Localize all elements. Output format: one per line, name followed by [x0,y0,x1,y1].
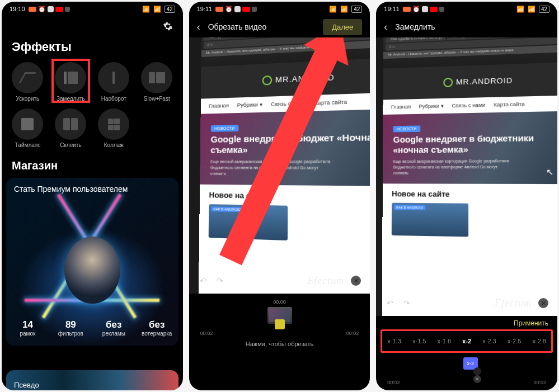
screen-title: Замедлить [395,22,435,31]
status-time: 19:11 [197,6,213,12]
effect-timelapse[interactable]: Таймлапс [7,106,48,150]
speed-option[interactable]: x-1.3 [386,337,402,346]
speed-option[interactable]: x-1.5 [411,337,428,346]
timeline[interactable]: 00.00 00:02 00:02 Нажми, чтобы обрезать [189,294,370,352]
speed-option[interactable]: x-2.8 [531,337,548,346]
battery-indicator: 42 [539,6,549,13]
video-header: ‹ Замедлить [376,16,557,37]
status-time: 19:10 [10,6,25,12]
highlight-box [51,59,90,103]
effects-grid: Ускорить Замедлить Наоборот Slow+Fast Та… [2,60,183,150]
reverse-icon [112,72,115,84]
site-logo-icon [444,78,453,87]
sticker-icon [275,319,285,329]
status-icon [29,7,36,12]
timeline-thumb[interactable] [267,307,292,324]
signal-icon: 📶 [142,6,150,13]
status-icon [48,6,54,12]
wifi-icon: 📶 [340,6,348,13]
video-header: ‹ Обрезать видео Далее [189,16,370,37]
alarm-icon: ⏰ [38,6,46,13]
timeline-center-time: 00.00 [189,299,370,305]
speed-timeline[interactable]: x-2 ✕ [376,357,557,380]
close-button[interactable]: ✕ [538,298,548,308]
timelapse-icon [21,118,34,130]
status-icon [403,7,411,12]
status-icon [430,7,438,12]
effect-cut[interactable]: Склеить [50,106,91,150]
premium-stats: 14рамок 89фильтров безрекламы безвотерма… [6,319,178,337]
effect-collage[interactable]: Коллаж [93,106,134,150]
back-button[interactable]: ‹ [384,21,387,33]
article-hero: НОВОСТИ Google внедряет в бюджетники «но… [383,111,557,184]
app-header [2,16,183,36]
effect-speedup[interactable]: Ускорить [7,60,48,104]
signal-icon: 📶 [329,6,337,13]
alarm-icon: ⏰ [412,6,420,13]
status-bar: 19:11 ⏰ 📶 📶 42 [376,2,557,16]
browser-preview: Как сделать слоумо на анд... Как сделать… [382,37,557,316]
undo-button[interactable]: ↶ [198,276,208,285]
alarm-icon: ⏰ [225,6,233,13]
status-bar: 19:10 ⏰ 📶 📶 42 [2,2,183,16]
status-icon [65,7,70,12]
speed-marker[interactable]: x-2 [463,357,478,370]
status-icon [234,6,241,12]
phone-effects-screen: 19:10 ⏰ 📶 📶 42 Эффекты Ускорить [2,2,183,390]
next-button[interactable]: Далее [323,19,362,35]
video-preview: Как сделать слоумо на анд... Как сделать… [189,37,370,294]
back-button[interactable]: ‹ [197,21,200,33]
cursor-icon: ↖ [546,167,554,177]
play-button[interactable]: ▶ [449,297,457,309]
speed-option-selected[interactable]: x-2 [461,337,473,346]
status-icon [439,7,444,12]
status-icon [252,7,257,12]
close-button[interactable]: ✕ [351,276,361,286]
speed-option[interactable]: x-2.3 [481,337,497,346]
effect-slowfast[interactable]: Slow+Fast [137,60,177,104]
speed-option[interactable]: x-2.5 [506,337,523,346]
speed-option[interactable]: x-1.8 [436,337,453,346]
site-logo-icon [262,75,273,85]
phone-trim-screen: 19:11 ⏰ 📶 📶 42 ‹ Обрезать видео Далее Ка… [189,2,370,390]
status-time: 19:11 [384,6,400,12]
premium-title: Стать Премиум пользователем [14,185,128,193]
video-preview: Как сделать слоумо на анд... Как сделать… [376,37,557,316]
status-icon [422,6,428,12]
cut-icon [63,118,78,130]
undo-button[interactable]: ↶ [385,299,395,308]
redo-button[interactable]: ↷ [402,299,412,308]
slowfast-icon [149,72,165,83]
speedup-icon [19,72,37,83]
collage-icon [108,119,120,130]
settings-button[interactable] [163,21,173,31]
status-icon [215,7,223,12]
store-heading: Магазин [2,150,183,178]
redo-button[interactable]: ↷ [215,276,225,285]
status-icon [55,7,63,12]
marker-close[interactable]: ✕ [473,375,481,383]
preview-controls: ↶ ↷ ▶ Efectum ✕ [189,275,370,287]
wifi-icon: 📶 [528,6,535,13]
battery-indicator: 42 [351,6,362,13]
apply-button[interactable]: Применить [514,319,548,327]
article-thumb: КАК В ANDROID [392,203,468,237]
app-brand: Efectum [495,297,532,309]
status-bar: 19:11 ⏰ 📶 📶 42 [189,2,370,16]
wifi-icon: 📶 [153,6,161,13]
new-on-site: Новое на сайте КАК В ANDROID [199,185,370,252]
preview-controls: ↶ ↷ ▶ Efectum ✕ [376,297,557,309]
phone-slowdown-screen: 19:11 ⏰ 📶 📶 42 ‹ Замедлить Как сделать с… [376,2,557,390]
timeline-end: 00:02 [533,380,546,385]
play-button[interactable]: ▶ [262,275,270,287]
effect-reverse[interactable]: Наоборот [93,60,134,104]
premium-card[interactable]: Стать Премиум пользователем 14рамок 89фи… [6,178,178,346]
portrait-graphic [64,237,120,304]
gear-icon [163,21,173,31]
status-icon [242,7,250,12]
timeline-start: 00:02 [200,330,213,336]
timeline-start: 00:02 [387,380,400,385]
effect-slowdown[interactable]: Замедлить [50,60,91,104]
cursor-icon: ↖ [369,168,370,178]
pseudo-card[interactable]: Псевдо [6,370,178,390]
